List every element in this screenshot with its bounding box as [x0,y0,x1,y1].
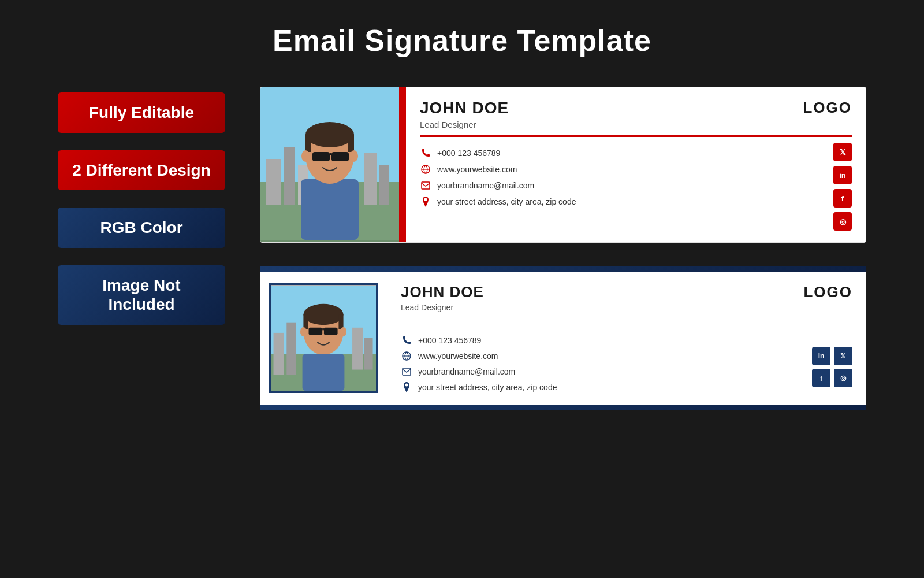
sig2-info: JOHN DOE Lead Designer LOGO [387,272,866,405]
svg-rect-29 [338,314,343,329]
sig1-phone-row: +000 123 456789 [420,147,824,159]
svg-rect-25 [364,338,373,370]
sig1-address-row: your street address, city area, zip code [420,196,824,208]
svg-rect-13 [331,152,349,161]
sig2-blue-top-bar [260,266,866,272]
sig1-linkedin-icon: in [833,166,852,184]
svg-rect-32 [322,328,324,331]
sig2-twitter-icon: 𝕏 [834,347,852,365]
sig1-role: Lead Designer [420,120,509,129]
sig1-phone: +000 123 456789 [437,149,500,158]
location-icon [420,196,431,208]
sig2-email: yourbrandname@mail.com [418,367,515,376]
svg-point-27 [303,304,343,325]
badge-fully-editable: Fully Editable [58,92,225,133]
badges-column: Fully Editable 2 Different Design RGB Co… [58,92,225,325]
sig2-logo: LOGO [803,283,852,301]
sig2-phone: +000 123 456789 [418,336,481,345]
svg-point-16 [350,150,358,162]
sig1-address: your street address, city area, zip code [437,197,576,206]
svg-rect-35 [303,354,345,391]
svg-rect-3 [284,147,295,205]
svg-rect-5 [364,153,377,205]
sig2-facebook-icon: f [812,369,830,387]
sig2-mail-icon [401,366,412,377]
sig2-email-row: yourbrandname@mail.com [401,366,812,377]
svg-rect-2 [266,159,281,205]
sig1-email: yourbrandname@mail.com [437,181,534,190]
sig1-website: www.yourwebsite.com [437,165,517,174]
sig2-blue-bottom-bar [260,405,866,410]
sig2-photo-box [269,283,378,393]
globe-icon [420,164,431,175]
sig2-website: www.yourwebsite.com [418,351,498,361]
svg-rect-12 [312,152,330,161]
sig2-instagram-icon: ◎ [834,369,852,387]
svg-rect-24 [352,328,363,370]
sig2-website-row: www.yourwebsite.com [401,350,812,362]
sig1-photo-wrap [260,87,399,242]
svg-point-9 [305,122,354,147]
svg-rect-11 [348,135,354,152]
main-content: Fully Editable 2 Different Design RGB Co… [58,87,866,410]
sig1-logo: LOGO [803,99,852,117]
sig1-twitter-icon: 𝕏 [833,143,852,161]
svg-rect-28 [303,314,308,329]
svg-point-15 [301,150,310,162]
sig2-phone-row: +000 123 456789 [401,335,812,346]
sig2-address: your street address, city area, zip code [418,383,557,392]
page-title: Email Signature Template [273,23,651,58]
svg-point-34 [340,327,346,336]
sig1-instagram-icon: ◎ [833,212,852,231]
signature-card-2: JOHN DOE Lead Designer LOGO [260,266,866,410]
svg-rect-31 [324,328,338,335]
sig1-info: JOHN DOE Lead Designer LOGO [406,87,866,242]
badge-rgb-color: RGB Color [58,208,225,248]
signature-card-1: JOHN DOE Lead Designer LOGO [260,87,866,243]
sig1-email-row: yourbrandname@mail.com [420,180,824,191]
sig1-red-divider [420,135,852,137]
sig2-address-row: your street address, city area, zip code [401,381,812,393]
sig1-social-icons: 𝕏 in f ◎ [824,143,852,231]
badge-image-not-included: Image Not Included [58,265,225,325]
svg-rect-19 [422,182,430,189]
sig1-red-bar [399,87,406,242]
svg-point-33 [300,327,307,336]
sig1-contacts: +000 123 456789 www [420,143,824,208]
svg-rect-30 [309,328,323,335]
sig2-photo-wrap [260,272,387,405]
signatures-column: JOHN DOE Lead Designer LOGO [260,87,866,410]
svg-rect-38 [403,368,411,375]
svg-rect-7 [301,179,359,240]
svg-rect-14 [330,153,331,155]
badge-different-design: 2 Different Design [58,150,225,191]
svg-rect-23 [286,323,296,375]
sig2-contacts-social: +000 123 456789 www [401,324,852,393]
sig2-linkedin-icon: in [812,347,830,365]
svg-rect-22 [274,333,284,375]
sig1-name: JOHN DOE [420,99,509,117]
sig2-location-icon [401,381,412,393]
sig1-contacts-social: +000 123 456789 www [420,143,852,231]
sig2-social-icons: in 𝕏 f ◎ [812,347,852,387]
phone-icon [420,147,431,159]
svg-rect-6 [379,165,389,205]
sig2-contacts: +000 123 456789 www [401,330,812,393]
svg-rect-10 [305,135,311,152]
sig2-role: Lead Designer [401,303,484,312]
sig2-name: JOHN DOE [401,283,484,301]
sig2-phone-icon [401,335,412,346]
sig1-facebook-icon: f [833,189,852,208]
sig1-website-row: www.yourwebsite.com [420,164,824,175]
sig2-globe-icon [401,350,412,362]
mail-icon [420,180,431,191]
